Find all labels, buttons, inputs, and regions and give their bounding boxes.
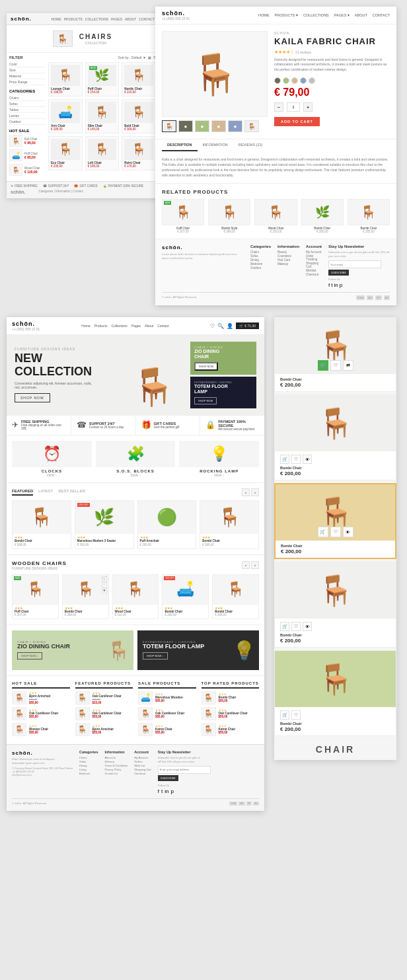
product-card-1[interactable]: 🪑 Lounge Chair € 199,00: [48, 62, 83, 96]
hp-banner-1-btn[interactable]: SHOP NOW ○: [17, 652, 42, 660]
featured-next-btn[interactable]: ›: [251, 488, 259, 496]
hp-newsletter-input[interactable]: [158, 766, 211, 774]
quantity-increase[interactable]: +: [303, 102, 313, 112]
detail-thumb-5[interactable]: ●: [228, 120, 242, 132]
filter-material[interactable]: Material: [9, 73, 46, 79]
nav-pages[interactable]: PAGES: [111, 17, 122, 21]
featured-product-3[interactable]: 🟢 ★★★ Puff Armchair € 200,00: [137, 500, 197, 549]
color-swatch-5[interactable]: [309, 77, 315, 84]
footer-link-categories[interactable]: Categories: [39, 190, 54, 193]
quantity-decrease[interactable]: −: [274, 102, 283, 112]
hp-banner-2-btn[interactable]: SHOP NOW ○: [143, 652, 168, 660]
hp-footer-account-cart[interactable]: Shopping Cart: [134, 768, 151, 771]
product-card-3[interactable]: 🪑 Nordic Chair € 210,00: [122, 62, 156, 96]
footer-account-cart[interactable]: Shopping Cart: [306, 262, 322, 268]
product-card-4[interactable]: 🛋️ Arm Chair € 195,00: [48, 99, 83, 133]
wooden-cart-icon[interactable]: 🛒: [102, 576, 107, 582]
grid-view-btn[interactable]: ▦: [148, 56, 151, 59]
nav-about[interactable]: ABOUT: [125, 17, 136, 21]
wooden-item-4[interactable]: 🛋️ 50% OFF ★★★ Bombi Chair € 208,00: [162, 574, 209, 619]
hp-footer-info-about[interactable]: About Us: [104, 756, 128, 759]
newsletter-input[interactable]: [328, 260, 381, 268]
user-icon[interactable]: 👤: [227, 323, 233, 329]
product-card-5[interactable]: 🪑 Slim Chair € 145,00: [85, 99, 120, 133]
hp-nav-contact[interactable]: Contact: [157, 324, 168, 328]
related-item-5[interactable]: 🪑 Bambi Chair € 285,00: [348, 199, 390, 233]
hp-nav-products[interactable]: Products: [94, 324, 108, 328]
wooden-item-5[interactable]: 🪑 ★★★ Bombi Chair € 208,00: [212, 574, 259, 619]
instagram-icon[interactable]: in: [334, 282, 338, 288]
hp-footer-account-checkout[interactable]: Checkout: [134, 772, 151, 775]
filter-color[interactable]: Color: [9, 61, 46, 67]
tab-description[interactable]: DESCRIPTION: [162, 139, 198, 151]
footer-info-privacy[interactable]: Hair Care: [278, 258, 299, 262]
wooden-item-3[interactable]: 🪑 ★★★ Wood Chair € 310,00: [112, 574, 159, 619]
cat-outdoor[interactable]: Outdoor: [9, 119, 46, 125]
wooden-heart-icon[interactable]: ♡: [102, 582, 107, 587]
hp-pinterest-icon[interactable]: p: [170, 788, 173, 794]
card-add-btn-4[interactable]: 🛒: [280, 622, 289, 631]
newsletter-submit[interactable]: SUBSCRIBE: [328, 270, 349, 276]
card-eye-icon-3[interactable]: 👁: [343, 527, 353, 537]
card-eye-btn-2[interactable]: 👁: [303, 455, 312, 464]
footer-info-delivery[interactable]: Cosmetics: [278, 254, 299, 258]
color-swatch-3[interactable]: [291, 77, 298, 84]
hp-newsletter-submit[interactable]: SUBSCRIBE: [158, 775, 178, 781]
footer-account-my[interactable]: My Account: [306, 250, 322, 254]
nav-collections[interactable]: COLLECTIONS: [85, 17, 108, 21]
twitter-icon[interactable]: t: [331, 282, 332, 288]
color-swatch-1[interactable]: [274, 77, 281, 84]
card-wish-btn-2[interactable]: ♡: [291, 455, 301, 464]
related-item-3[interactable]: 🪑 Wood Chair € 200,00: [254, 199, 297, 233]
hp-cat-blocks-view[interactable]: VIEW ○: [96, 474, 176, 477]
hp-footer-cat-sofas[interactable]: Sofas: [79, 760, 98, 763]
card-add-cart-icon-1[interactable]: 🛒: [318, 360, 328, 371]
hp-footer-cat-bedroom[interactable]: Bedroom: [79, 772, 98, 775]
hp-promo-2-btn[interactable]: SHOP NOW: [194, 397, 217, 404]
hp-facebook-icon[interactable]: f: [158, 788, 159, 794]
wooden-item-2[interactable]: 🪑 🛒 ♡ 👁 ★★★ Bombi Chair € 399,00: [62, 574, 109, 619]
card-wish-btn-4[interactable]: ♡: [291, 622, 301, 631]
footer-link-info[interactable]: Information: [56, 190, 71, 193]
product-card-8[interactable]: 🪑 Loft Chair € 195,00: [85, 136, 120, 170]
product-card-9[interactable]: 🪑 Retro Chair € 170,00: [122, 136, 156, 170]
card-add-icon-3[interactable]: 🛒: [318, 527, 328, 537]
nav-contact[interactable]: CONTACT: [139, 17, 155, 21]
wishlist-icon[interactable]: ♡: [210, 323, 215, 329]
hp-footer-info-delivery[interactable]: Delivery: [104, 760, 128, 763]
hp-footer-info-contact[interactable]: Contact Us: [104, 772, 128, 775]
card-add-btn-2[interactable]: 🛒: [280, 455, 289, 464]
detail-thumb-4[interactable]: ●: [211, 120, 226, 132]
card-wish-icon-3[interactable]: ♡: [330, 527, 341, 537]
related-item-2[interactable]: 🪑 Bambi Style € 399,00: [208, 199, 250, 233]
hp-footer-cat-dining[interactable]: Dining: [79, 764, 98, 767]
cart-button[interactable]: 🛒 € 71,00: [236, 322, 259, 329]
wooden-eye-icon[interactable]: 👁: [102, 588, 107, 593]
related-item-4[interactable]: 🌿 Bambi Chair € 285,00: [301, 199, 344, 233]
wooden-item-1[interactable]: 🪑 NEW ★★★ Puff Chair € 207,00: [12, 574, 59, 619]
product-card-2[interactable]: 🌿 NEW Puff Chair € 154,00: [85, 62, 120, 96]
tab-bestseller[interactable]: BEST SELLER: [58, 489, 85, 496]
tab-latest[interactable]: LATEST: [38, 489, 53, 496]
color-swatch-2[interactable]: [283, 77, 289, 84]
detail-nav-home[interactable]: HOME: [258, 13, 270, 17]
detail-thumb-1[interactable]: 🪑: [162, 120, 176, 132]
tab-information[interactable]: INFORMATION: [198, 139, 233, 151]
detail-thumb-2[interactable]: ●: [178, 120, 193, 132]
detail-nav-collections[interactable]: COLLECTIONS: [303, 13, 329, 17]
hp-instagram-icon[interactable]: in: [165, 788, 168, 794]
hp-hero-cta[interactable]: SHOP NOW: [15, 393, 50, 402]
footer-cat-bedroom[interactable]: Bedroom: [250, 262, 271, 266]
featured-prev-btn[interactable]: ‹: [242, 488, 250, 496]
hp-footer-account-orders[interactable]: Orders: [134, 760, 151, 763]
detail-nav-pages[interactable]: PAGES ▾: [334, 13, 350, 17]
hp-cat-clocks-view[interactable]: VIEW ○: [12, 474, 92, 477]
related-item-1[interactable]: 🪑 NEW Kaff Chair € 207,00: [162, 199, 204, 233]
hp-twitter-icon[interactable]: t: [161, 788, 163, 794]
featured-product-4[interactable]: 🪑 ★★★ Bombi Chair € 399,00: [200, 500, 259, 549]
card-wish-icon-1[interactable]: ♡: [330, 360, 341, 371]
detail-nav-about[interactable]: ABOUT: [355, 13, 367, 17]
tab-reviews[interactable]: REVIEWS (21): [233, 139, 268, 151]
hp-footer-info-privacy[interactable]: Privacy Policy: [104, 768, 128, 771]
tab-featured[interactable]: FEATURED: [12, 489, 33, 496]
